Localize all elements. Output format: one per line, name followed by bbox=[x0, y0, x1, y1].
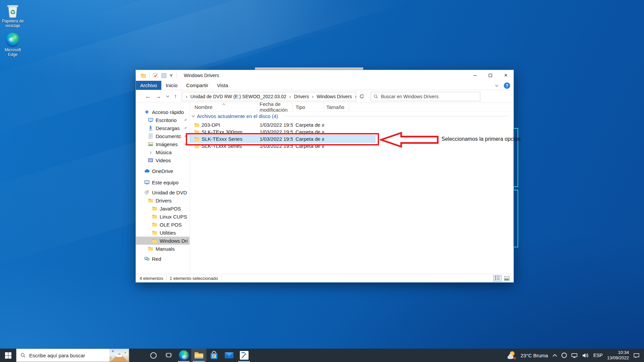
desktop: ♻ Papelera de reciclaje Microsoft Edge W… bbox=[0, 0, 644, 362]
sidebar-item-label: Drivers bbox=[156, 198, 172, 203]
taskbar-search-input[interactable] bbox=[29, 353, 96, 358]
language-indicator[interactable]: ESP bbox=[593, 353, 603, 358]
recycle-bin-icon: ♻ bbox=[5, 3, 20, 18]
search-highlights-art[interactable] bbox=[109, 349, 129, 362]
taskbar-mail-button[interactable] bbox=[221, 349, 236, 362]
sidebar-item-musica[interactable]: ♪ Música bbox=[136, 148, 190, 156]
new-folder-icon[interactable] bbox=[161, 73, 166, 78]
sidebar-item-onedrive[interactable]: OneDrive bbox=[136, 167, 190, 175]
taskbar-app-icons bbox=[146, 349, 252, 362]
sidebar-item-acceso-rapido[interactable]: Acceso rápido bbox=[136, 108, 190, 116]
group-header[interactable]: Archivos actualmente en el disco (4) bbox=[190, 112, 514, 120]
sidebar-item-este-equipo[interactable]: Este equipo bbox=[136, 178, 190, 186]
tab-archivo[interactable]: Archivo bbox=[136, 81, 161, 90]
tab-compartir[interactable]: Compartir bbox=[182, 81, 213, 90]
maximize-button[interactable] bbox=[483, 70, 498, 81]
sidebar-item-ole-pos[interactable]: OLE POS bbox=[136, 221, 190, 229]
quick-access-toolbar bbox=[141, 73, 176, 78]
sidebar-item-utilities[interactable]: Utilities bbox=[136, 229, 190, 237]
explorer-search-input[interactable] bbox=[381, 94, 477, 99]
column-header-fecha[interactable]: Fecha de modificación bbox=[258, 103, 293, 111]
network-icon[interactable] bbox=[571, 352, 578, 359]
selected-count: 1 elemento seleccionado bbox=[170, 276, 218, 281]
details-view-button[interactable] bbox=[493, 275, 501, 282]
taskbar-pen-app-button[interactable] bbox=[236, 349, 252, 362]
sidebar-item-imagenes[interactable]: Imágenes bbox=[136, 140, 190, 148]
window-controls: × bbox=[467, 70, 514, 81]
breadcrumb[interactable]: › Unidad de DVD RW (E:) SEWOO_2022.03.02… bbox=[182, 92, 356, 101]
sidebar-item-label: Videos bbox=[156, 158, 171, 163]
customize-qat-chevron-icon[interactable] bbox=[169, 74, 173, 77]
thumbnails-view-icon bbox=[504, 276, 509, 281]
column-header-tipo[interactable]: Tipo bbox=[293, 103, 324, 111]
taskbar-store-button[interactable] bbox=[206, 349, 221, 362]
desktop-icon-recycle-bin[interactable]: ♻ Papelera de reciclaje bbox=[0, 3, 25, 28]
sidebar-item-red[interactable]: Red bbox=[136, 255, 190, 263]
system-tray: 23°C Bruma ESP 10:34 13/09/2022 bbox=[507, 349, 644, 362]
weather-icon[interactable] bbox=[507, 351, 516, 359]
volume-icon[interactable] bbox=[582, 352, 589, 359]
sidebar-item-drivers[interactable]: Drivers bbox=[136, 196, 190, 204]
sidebar-item-documentos[interactable]: Documentos bbox=[136, 132, 190, 140]
back-icon[interactable]: ← bbox=[145, 94, 151, 99]
file-row[interactable]: 203-DPI 1/03/2022 19:52 Carpeta de archi… bbox=[190, 121, 375, 128]
mail-icon bbox=[224, 352, 234, 359]
weather-text[interactable]: 23°C Bruma bbox=[521, 353, 548, 358]
desktop-icon-edge[interactable]: Microsoft Edge bbox=[0, 33, 25, 57]
pictures-icon bbox=[148, 141, 153, 147]
sidebar-item-dvd-drive[interactable]: Unidad de DVD RW (E bbox=[136, 188, 190, 196]
notification-center-icon[interactable] bbox=[633, 352, 640, 359]
start-button[interactable] bbox=[0, 349, 16, 362]
collapse-ribbon-chevron-icon[interactable] bbox=[495, 84, 498, 87]
clock-date: 13/09/2022 bbox=[607, 355, 629, 361]
taskbar-cortana-button[interactable] bbox=[146, 349, 161, 362]
thumbnails-view-button[interactable] bbox=[503, 275, 511, 282]
minimize-button[interactable] bbox=[467, 70, 483, 81]
taskbar-search-box[interactable] bbox=[16, 349, 129, 362]
file-list-pane: Nombre Fecha de modificación Tipo Tamaño… bbox=[190, 103, 514, 274]
show-hidden-icons-chevron-icon[interactable] bbox=[552, 354, 557, 357]
close-button[interactable]: × bbox=[498, 70, 514, 81]
explorer-window: Windows Drivers × Archivo Inicio Compart… bbox=[136, 70, 514, 283]
sidebar-item-label: Linux CUPS Driver bbox=[160, 214, 187, 220]
breadcrumb-drive[interactable]: Unidad de DVD RW (E:) SEWOO_2022.03.02 bbox=[189, 94, 288, 99]
navigation-arrows: ← → ↑ bbox=[145, 94, 177, 99]
microsoft-store-icon bbox=[210, 351, 218, 360]
explorer-search-box[interactable] bbox=[371, 92, 480, 101]
sidebar-item-javapos[interactable]: JavaPOS bbox=[136, 204, 190, 213]
sidebar-item-videos[interactable]: Videos bbox=[136, 156, 190, 164]
breadcrumb-windows-drivers[interactable]: Windows Drivers bbox=[315, 94, 353, 99]
forward-icon[interactable]: → bbox=[156, 94, 161, 99]
items-count: 4 elementos bbox=[140, 276, 163, 281]
onedrive-cloud-icon bbox=[144, 168, 150, 174]
tab-vista[interactable]: Vista bbox=[213, 81, 232, 90]
group-header-label: Archivos actualmente en el disco (4) bbox=[197, 113, 278, 119]
collapse-group-chevron-icon[interactable] bbox=[192, 115, 195, 117]
desktop-icon-label: Microsoft Edge bbox=[0, 48, 25, 57]
folder-icon[interactable] bbox=[141, 73, 146, 78]
up-icon[interactable]: ↑ bbox=[174, 94, 177, 99]
sidebar-item-manuals[interactable]: Manuals bbox=[136, 245, 190, 253]
column-header-tamano[interactable]: Tamaño bbox=[324, 103, 349, 111]
refresh-button[interactable] bbox=[356, 92, 368, 101]
refresh-icon bbox=[359, 94, 364, 99]
file-name: 203-DPI bbox=[202, 122, 220, 128]
navigation-pane: Acceso rápido Escritorio Descargas Docum… bbox=[136, 103, 190, 274]
sidebar-item-linux-cups-driver[interactable]: Linux CUPS Driver bbox=[136, 213, 190, 221]
tab-inicio[interactable]: Inicio bbox=[161, 81, 182, 90]
sidebar-item-label: Utilities bbox=[160, 230, 176, 236]
taskbar-file-explorer-button[interactable] bbox=[191, 349, 206, 362]
sidebar-item-windows-drivers[interactable]: Windows Drivers bbox=[136, 237, 190, 245]
help-icon[interactable]: ? bbox=[504, 82, 510, 89]
recent-locations-chevron-icon[interactable] bbox=[166, 95, 169, 98]
desktop-icon-label: Papelera de reciclaje bbox=[0, 19, 25, 28]
clock[interactable]: 10:34 13/09/2022 bbox=[607, 350, 629, 361]
cortana-ring-icon[interactable] bbox=[561, 353, 567, 358]
breadcrumb-drivers[interactable]: Drivers bbox=[293, 94, 310, 99]
taskbar-task-view-button[interactable] bbox=[161, 349, 176, 362]
sidebar-item-descargas[interactable]: Descargas bbox=[136, 124, 190, 132]
divider bbox=[221, 276, 221, 281]
taskbar-edge-button[interactable] bbox=[176, 349, 191, 362]
sidebar-item-escritorio[interactable]: Escritorio bbox=[136, 116, 190, 124]
properties-check-icon[interactable] bbox=[153, 73, 158, 78]
